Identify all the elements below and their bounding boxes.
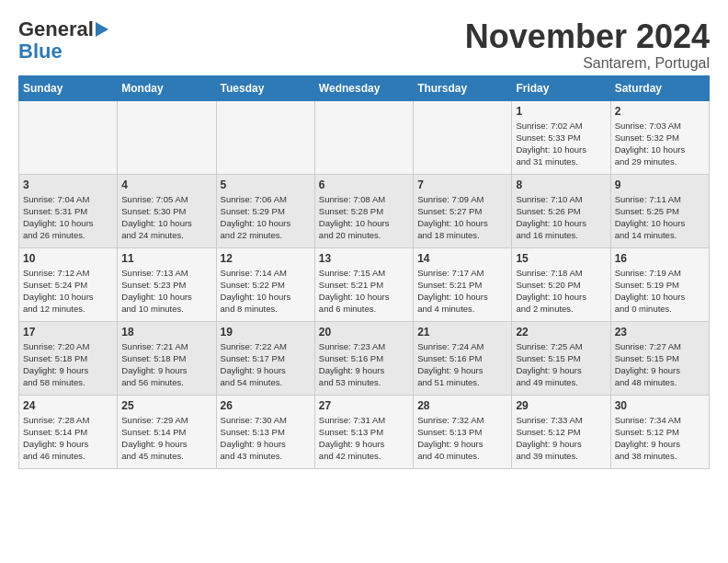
week-row-1: 1Sunrise: 7:02 AMSunset: 5:33 PMDaylight… xyxy=(19,100,710,174)
day-info: Sunrise: 7:31 AMSunset: 5:13 PMDaylight:… xyxy=(319,414,409,463)
day-cell: 28Sunrise: 7:32 AMSunset: 5:13 PMDayligh… xyxy=(414,395,512,468)
day-cell: 8Sunrise: 7:10 AMSunset: 5:26 PMDaylight… xyxy=(512,174,610,247)
day-number: 29 xyxy=(516,399,606,412)
day-header-sunday: Sunday xyxy=(19,75,118,100)
day-number: 25 xyxy=(121,399,211,412)
day-number: 11 xyxy=(121,252,211,265)
day-info: Sunrise: 7:20 AMSunset: 5:18 PMDaylight:… xyxy=(23,340,113,389)
day-number: 20 xyxy=(319,326,409,339)
day-info: Sunrise: 7:15 AMSunset: 5:21 PMDaylight:… xyxy=(319,267,409,316)
day-info: Sunrise: 7:29 AMSunset: 5:14 PMDaylight:… xyxy=(121,414,211,463)
day-info: Sunrise: 7:24 AMSunset: 5:16 PMDaylight:… xyxy=(417,340,507,389)
day-info: Sunrise: 7:02 AMSunset: 5:33 PMDaylight:… xyxy=(516,120,606,168)
day-info: Sunrise: 7:30 AMSunset: 5:13 PMDaylight:… xyxy=(221,414,311,463)
day-cell xyxy=(314,100,413,174)
day-cell: 25Sunrise: 7:29 AMSunset: 5:14 PMDayligh… xyxy=(118,395,216,468)
day-info: Sunrise: 7:04 AMSunset: 5:31 PMDaylight:… xyxy=(23,193,113,242)
day-cell xyxy=(216,100,314,174)
day-cell: 6Sunrise: 7:08 AMSunset: 5:28 PMDaylight… xyxy=(314,174,413,247)
day-number: 17 xyxy=(23,326,113,339)
day-cell: 11Sunrise: 7:13 AMSunset: 5:23 PMDayligh… xyxy=(118,247,216,321)
day-cell: 3Sunrise: 7:04 AMSunset: 5:31 PMDaylight… xyxy=(19,174,118,247)
day-number: 6 xyxy=(319,178,409,191)
day-cell: 20Sunrise: 7:23 AMSunset: 5:16 PMDayligh… xyxy=(314,321,413,395)
day-number: 7 xyxy=(417,178,507,191)
day-header-thursday: Thursday xyxy=(414,75,512,100)
title-block: November 2024 Santarem, Portugal xyxy=(465,18,710,72)
day-cell: 14Sunrise: 7:17 AMSunset: 5:21 PMDayligh… xyxy=(414,247,512,321)
day-cell xyxy=(414,100,512,174)
day-info: Sunrise: 7:23 AMSunset: 5:16 PMDaylight:… xyxy=(319,340,409,389)
day-cell: 1Sunrise: 7:02 AMSunset: 5:33 PMDaylight… xyxy=(512,100,610,174)
day-cell: 24Sunrise: 7:28 AMSunset: 5:14 PMDayligh… xyxy=(19,395,118,468)
day-info: Sunrise: 7:05 AMSunset: 5:30 PMDaylight:… xyxy=(121,193,211,242)
day-number: 14 xyxy=(417,252,507,265)
day-number: 4 xyxy=(121,178,211,191)
day-number: 30 xyxy=(615,399,705,412)
day-number: 16 xyxy=(615,252,705,265)
day-info: Sunrise: 7:17 AMSunset: 5:21 PMDaylight:… xyxy=(417,267,507,316)
day-cell: 4Sunrise: 7:05 AMSunset: 5:30 PMDaylight… xyxy=(118,174,216,247)
day-cell xyxy=(19,100,118,174)
day-info: Sunrise: 7:13 AMSunset: 5:23 PMDaylight:… xyxy=(121,267,211,316)
day-cell: 30Sunrise: 7:34 AMSunset: 5:12 PMDayligh… xyxy=(610,395,709,468)
day-cell xyxy=(118,100,216,174)
day-info: Sunrise: 7:11 AMSunset: 5:25 PMDaylight:… xyxy=(615,193,705,242)
day-info: Sunrise: 7:28 AMSunset: 5:14 PMDaylight:… xyxy=(23,414,113,463)
day-number: 9 xyxy=(615,178,705,191)
day-number: 23 xyxy=(615,326,705,339)
day-number: 1 xyxy=(516,105,606,118)
day-info: Sunrise: 7:32 AMSunset: 5:13 PMDaylight:… xyxy=(417,414,507,463)
day-info: Sunrise: 7:21 AMSunset: 5:18 PMDaylight:… xyxy=(121,340,211,389)
day-header-tuesday: Tuesday xyxy=(216,75,314,100)
day-cell: 18Sunrise: 7:21 AMSunset: 5:18 PMDayligh… xyxy=(118,321,216,395)
day-info: Sunrise: 7:14 AMSunset: 5:22 PMDaylight:… xyxy=(221,267,311,316)
day-number: 24 xyxy=(23,399,113,412)
day-info: Sunrise: 7:22 AMSunset: 5:17 PMDaylight:… xyxy=(221,340,311,389)
day-cell: 26Sunrise: 7:30 AMSunset: 5:13 PMDayligh… xyxy=(216,395,314,468)
day-cell: 17Sunrise: 7:20 AMSunset: 5:18 PMDayligh… xyxy=(19,321,118,395)
day-header-saturday: Saturday xyxy=(610,75,709,100)
day-info: Sunrise: 7:03 AMSunset: 5:32 PMDaylight:… xyxy=(615,120,705,168)
day-info: Sunrise: 7:06 AMSunset: 5:29 PMDaylight:… xyxy=(221,193,311,242)
month-title: November 2024 xyxy=(465,18,710,55)
day-info: Sunrise: 7:34 AMSunset: 5:12 PMDaylight:… xyxy=(615,414,705,463)
day-cell: 12Sunrise: 7:14 AMSunset: 5:22 PMDayligh… xyxy=(216,247,314,321)
day-cell: 2Sunrise: 7:03 AMSunset: 5:32 PMDaylight… xyxy=(610,100,709,174)
day-number: 27 xyxy=(319,399,409,412)
day-number: 10 xyxy=(23,252,113,265)
day-header-wednesday: Wednesday xyxy=(314,75,413,100)
day-info: Sunrise: 7:27 AMSunset: 5:15 PMDaylight:… xyxy=(615,340,705,389)
day-number: 19 xyxy=(221,326,311,339)
day-number: 3 xyxy=(23,178,113,191)
day-cell: 10Sunrise: 7:12 AMSunset: 5:24 PMDayligh… xyxy=(19,247,118,321)
day-number: 15 xyxy=(516,252,606,265)
day-info: Sunrise: 7:08 AMSunset: 5:28 PMDaylight:… xyxy=(319,193,409,242)
day-header-monday: Monday xyxy=(118,75,216,100)
day-cell: 5Sunrise: 7:06 AMSunset: 5:29 PMDaylight… xyxy=(216,174,314,247)
day-number: 22 xyxy=(516,326,606,339)
day-number: 8 xyxy=(516,178,606,191)
logo-arrow-icon xyxy=(96,22,108,37)
logo-text-blue: Blue xyxy=(18,40,63,63)
week-row-2: 3Sunrise: 7:04 AMSunset: 5:31 PMDaylight… xyxy=(19,174,710,247)
week-row-5: 24Sunrise: 7:28 AMSunset: 5:14 PMDayligh… xyxy=(19,395,710,468)
day-info: Sunrise: 7:18 AMSunset: 5:20 PMDaylight:… xyxy=(516,267,606,316)
day-info: Sunrise: 7:09 AMSunset: 5:27 PMDaylight:… xyxy=(417,193,507,242)
day-cell: 7Sunrise: 7:09 AMSunset: 5:27 PMDaylight… xyxy=(414,174,512,247)
day-cell: 21Sunrise: 7:24 AMSunset: 5:16 PMDayligh… xyxy=(414,321,512,395)
day-number: 18 xyxy=(121,326,211,339)
day-number: 12 xyxy=(221,252,311,265)
week-row-3: 10Sunrise: 7:12 AMSunset: 5:24 PMDayligh… xyxy=(19,247,710,321)
week-row-4: 17Sunrise: 7:20 AMSunset: 5:18 PMDayligh… xyxy=(19,321,710,395)
day-cell: 23Sunrise: 7:27 AMSunset: 5:15 PMDayligh… xyxy=(610,321,709,395)
day-info: Sunrise: 7:10 AMSunset: 5:26 PMDaylight:… xyxy=(516,193,606,242)
logo-text-general: General xyxy=(18,18,94,40)
day-cell: 29Sunrise: 7:33 AMSunset: 5:12 PMDayligh… xyxy=(512,395,610,468)
logo: General Blue xyxy=(18,18,108,63)
day-header-friday: Friday xyxy=(512,75,610,100)
day-number: 2 xyxy=(615,105,705,118)
day-number: 13 xyxy=(319,252,409,265)
day-cell: 15Sunrise: 7:18 AMSunset: 5:20 PMDayligh… xyxy=(512,247,610,321)
day-cell: 27Sunrise: 7:31 AMSunset: 5:13 PMDayligh… xyxy=(314,395,413,468)
